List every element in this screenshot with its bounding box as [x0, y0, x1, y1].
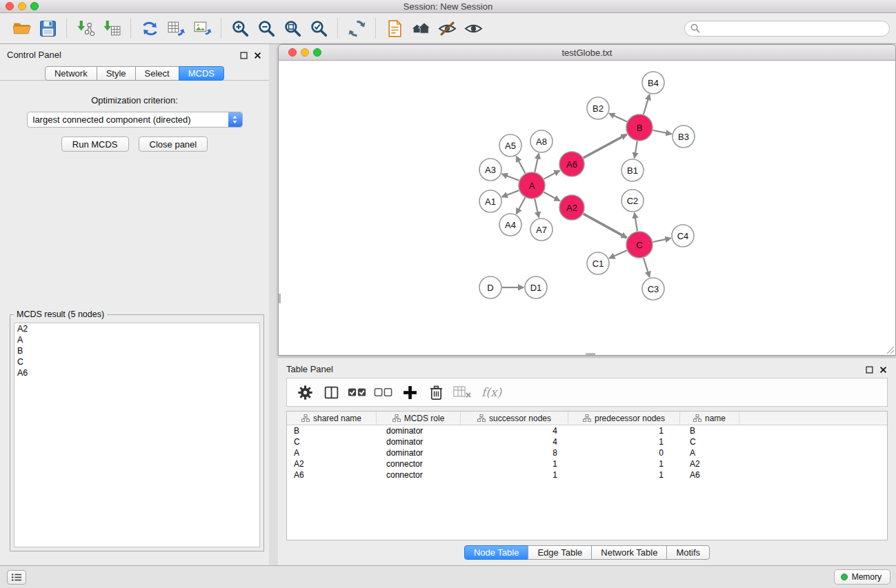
node-B[interactable]: B: [626, 114, 653, 141]
table-cell[interactable]: B: [680, 425, 739, 436]
node-B4[interactable]: B4: [642, 72, 664, 94]
edge-A-A5[interactable]: [517, 156, 526, 174]
run-mcds-button[interactable]: Run MCDS: [61, 136, 129, 152]
mcds-result-list[interactable]: A2ABCA6: [14, 323, 260, 547]
table-row[interactable]: Cdominator41C: [287, 436, 887, 447]
search-input[interactable]: [684, 21, 890, 37]
tab-style[interactable]: Style: [97, 66, 136, 81]
select-all-button[interactable]: [348, 382, 367, 403]
save-session-button[interactable]: [34, 16, 61, 41]
criterion-select[interactable]: largest connected component (directed): [27, 112, 243, 128]
tab-select[interactable]: Select: [135, 66, 179, 81]
edge-B-B4[interactable]: [644, 94, 650, 114]
table-cell[interactable]: 1: [568, 425, 680, 436]
edge-C-C2[interactable]: [635, 213, 637, 231]
table-cell[interactable]: dominator: [377, 436, 461, 447]
table-row[interactable]: A2connector11A2: [287, 458, 887, 469]
vertical-scrollbar[interactable]: [279, 294, 281, 303]
hide-graphics-details-button[interactable]: [434, 16, 460, 41]
table-cell[interactable]: 4: [461, 425, 568, 436]
edge-A-A8[interactable]: [535, 154, 539, 172]
close-table-panel-button[interactable]: [879, 364, 889, 374]
table-cell[interactable]: 1: [568, 469, 680, 480]
edge-C-C3[interactable]: [644, 258, 650, 277]
column-header-MCDS-role[interactable]: MCDS role: [377, 412, 461, 425]
zoom-fit-button[interactable]: [279, 16, 306, 41]
table-cell[interactable]: 8: [461, 447, 568, 458]
float-panel-button[interactable]: [240, 50, 250, 59]
mcds-result-item[interactable]: C: [14, 356, 259, 367]
network-canvas[interactable]: B4B2BB3A5A8A6A3B1AA1C2A2A4A7C4CC1C3DD1: [279, 61, 895, 355]
node-B3[interactable]: B3: [673, 125, 695, 148]
edge-A2-C[interactable]: [584, 214, 627, 238]
table-cell[interactable]: C: [287, 436, 377, 447]
show-graphics-details-button[interactable]: [460, 16, 486, 41]
memory-button[interactable]: Memory: [834, 569, 890, 585]
table-cell[interactable]: A: [287, 447, 377, 458]
node-C[interactable]: C: [626, 232, 653, 258]
table-cell[interactable]: A: [680, 447, 739, 458]
edge-A-A3[interactable]: [502, 174, 519, 180]
column-header-successor-nodes[interactable]: successor nodes: [461, 412, 568, 425]
node-A8[interactable]: A8: [530, 130, 552, 152]
home-view-button[interactable]: [408, 16, 434, 41]
open-session-button[interactable]: [8, 16, 34, 41]
horizontal-scrollbar[interactable]: [586, 353, 595, 355]
edge-A-A6[interactable]: [544, 170, 560, 179]
mcds-result-item[interactable]: A6: [14, 367, 259, 378]
table-cell[interactable]: A6: [287, 469, 377, 480]
node-A2[interactable]: A2: [559, 195, 584, 220]
node-A[interactable]: A: [519, 172, 545, 199]
node-A4[interactable]: A4: [499, 214, 521, 236]
edge-A6-B[interactable]: [584, 134, 627, 158]
node-B2[interactable]: B2: [587, 97, 609, 119]
open-network-file-button[interactable]: [381, 16, 408, 41]
edge-C-C1[interactable]: [609, 250, 626, 258]
close-panel-button-2[interactable]: Close panel: [139, 136, 208, 152]
table-cell[interactable]: 4: [461, 436, 568, 447]
deselect-all-button[interactable]: [374, 382, 393, 403]
node-C1[interactable]: C1: [587, 252, 609, 274]
edge-B-B3[interactable]: [653, 130, 672, 134]
zoom-in-button[interactable]: [227, 16, 253, 41]
new-table-button[interactable]: [163, 16, 189, 41]
new-network-button[interactable]: [137, 16, 163, 41]
table-cell[interactable]: A2: [680, 458, 739, 469]
node-D1[interactable]: D1: [525, 276, 547, 298]
column-header-name[interactable]: name: [680, 412, 739, 425]
table-cell[interactable]: A6: [680, 469, 739, 480]
edge-A-A4[interactable]: [517, 198, 526, 214]
table-cell[interactable]: dominator: [377, 425, 461, 436]
mcds-result-item[interactable]: A: [14, 334, 259, 345]
table-cell[interactable]: 1: [568, 458, 680, 469]
tab-edge-table[interactable]: Edge Table: [528, 545, 592, 560]
function-builder-button[interactable]: f(x): [479, 385, 504, 399]
close-panel-button[interactable]: [254, 50, 263, 59]
tab-mcds[interactable]: MCDS: [179, 66, 224, 81]
table-row[interactable]: A6connector11A6: [287, 469, 887, 480]
table-cell[interactable]: A2: [287, 458, 377, 469]
table-cell[interactable]: B: [287, 425, 377, 436]
node-D[interactable]: D: [479, 276, 501, 298]
node-A7[interactable]: A7: [530, 219, 552, 241]
tab-network-table[interactable]: Network Table: [591, 545, 667, 560]
table-cell[interactable]: 1: [568, 436, 680, 447]
node-A5[interactable]: A5: [499, 134, 521, 156]
tab-motifs[interactable]: Motifs: [666, 545, 710, 560]
table-cell[interactable]: connector: [377, 458, 461, 469]
tab-node-table[interactable]: Node Table: [464, 545, 529, 560]
edge-A-A1[interactable]: [502, 190, 519, 196]
task-history-button[interactable]: [7, 570, 26, 585]
table-row[interactable]: Adominator80A: [287, 447, 887, 458]
table-cell[interactable]: 0: [568, 447, 680, 458]
node-B1[interactable]: B1: [621, 159, 644, 181]
node-C2[interactable]: C2: [621, 190, 644, 212]
zoom-selected-button[interactable]: [306, 16, 332, 41]
zoom-out-button[interactable]: [253, 16, 279, 41]
export-image-button[interactable]: [189, 16, 215, 41]
float-table-panel-button[interactable]: [866, 364, 875, 374]
show-columns-button[interactable]: [321, 382, 341, 403]
edge-B-B2[interactable]: [609, 114, 627, 122]
import-network-button[interactable]: [72, 16, 99, 41]
import-table-button[interactable]: [99, 16, 125, 41]
